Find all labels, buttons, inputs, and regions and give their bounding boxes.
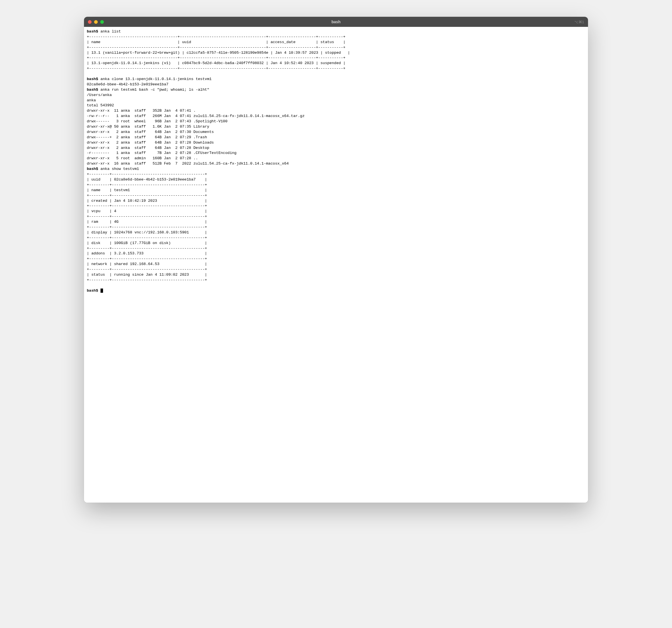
anka-show-row: | addons | 3.2.0.153.733 | — [87, 251, 207, 255]
shell-prompt: bash$ — [87, 288, 98, 293]
run-output-line: /Users/anka — [87, 93, 112, 97]
anka-show-row: +---------+-----------------------------… — [87, 204, 207, 208]
anka-show-row: +---------+-----------------------------… — [87, 193, 207, 198]
window-titlebar[interactable]: bash ⌥⌘1 — [84, 17, 588, 27]
run-output-line: total 543992 — [87, 103, 114, 107]
anka-list-row: +---------------------------------------… — [87, 56, 345, 60]
cursor-icon — [100, 288, 103, 293]
run-output-line: anka — [87, 98, 96, 102]
run-output-line: -rw-r--r-- 1 anka staff 266M Jan 4 07:41… — [87, 114, 305, 118]
minimize-icon[interactable] — [94, 20, 98, 24]
run-output-line: drwxr-xr-x 2 anka staff 64B Jan 2 07:28 … — [87, 146, 209, 150]
run-output-line: drwxr-xr-x 5 root admin 160B Jan 2 07:28… — [87, 156, 198, 160]
anka-show-row: +---------+-----------------------------… — [87, 246, 207, 250]
anka-show-row: | status | running since Jan 4 11:09:02 … — [87, 273, 207, 277]
anka-show-row: | display | 1024x768 vnc://192.168.0.103… — [87, 230, 207, 234]
shell-prompt: bash$ — [87, 87, 98, 92]
anka-show-row: | uuid | 02ca8e6d-bbee-4b42-b153-2e019ee… — [87, 177, 207, 182]
run-output-line: drwxr-xr-x 2 anka staff 64B Jan 2 07:28 … — [87, 141, 214, 145]
window-pane-indicator: ⌥⌘1 — [574, 20, 584, 24]
window-title: bash — [332, 20, 341, 24]
anka-list-row: | 13.1-openjdk-11.0.14.1-jenkins (v1) | … — [87, 61, 345, 65]
anka-show-row: +---------+-----------------------------… — [87, 257, 207, 261]
command-anka-show: anka show testvm1 — [100, 167, 139, 171]
anka-show-row: +---------+-----------------------------… — [87, 172, 207, 176]
anka-list-row: +---------------------------------------… — [87, 45, 345, 50]
shell-prompt: bash$ — [87, 77, 98, 81]
traffic-lights — [88, 20, 104, 24]
terminal-window: bash ⌥⌘1 bash$ anka list +--------------… — [84, 17, 588, 503]
anka-list-row: +---------------------------------------… — [87, 66, 345, 71]
anka-show-row: | name | testvm1 | — [87, 188, 207, 192]
run-output-line: drwxr-xr-x@ 50 anka staff 1.6K Jan 2 07:… — [87, 125, 209, 129]
anka-show-row: +---------+-----------------------------… — [87, 183, 207, 187]
run-output-line: drwxr-xr-x 11 anka staff 352B Jan 4 07:4… — [87, 108, 196, 113]
anka-show-row: +---------+-----------------------------… — [87, 278, 207, 282]
anka-show-row: | vcpu | 4 | — [87, 209, 207, 213]
anka-show-row: +---------+-----------------------------… — [87, 267, 207, 272]
maximize-icon[interactable] — [100, 20, 104, 24]
anka-show-row: +---------+-----------------------------… — [87, 236, 207, 240]
clone-output: 02ca8e6d-bbee-4b42-b153-2e019eee1ba7 — [87, 82, 169, 86]
command-anka-run: anka run testvm1 bash -c "pwd; whoami; l… — [100, 87, 210, 92]
anka-show-row: | disk | 100GiB (17.77GiB on disk) | — [87, 241, 207, 245]
command-anka-list: anka list — [100, 29, 121, 33]
run-output-line: drwx------+ 2 anka staff 64B Jan 2 07:29… — [87, 135, 207, 140]
run-output-line: drwxr-xr-x 2 anka staff 64B Jan 2 07:30 … — [87, 130, 214, 134]
shell-prompt: bash$ — [87, 29, 98, 33]
anka-show-row: | network | shared 192.168.64.53 | — [87, 262, 207, 266]
anka-list-row: +---------------------------------------… — [87, 35, 345, 39]
anka-show-row: +---------+-----------------------------… — [87, 215, 207, 219]
anka-list-row: | name | uuid | access_date | status | — [87, 40, 345, 44]
run-output-line: drwxr-xr-x 16 anka staff 512B Feb 7 2022… — [87, 161, 289, 166]
anka-list-row: | 13.1 (vanilla+port-forward-22+brew+git… — [87, 51, 350, 55]
anka-show-row: | created | Jan 4 10:42:19 2023 | — [87, 199, 207, 203]
command-anka-clone: anka clone 13.1-openjdk-11.0.14.1-jenkin… — [100, 77, 212, 81]
anka-show-row: | ram | 4G | — [87, 220, 207, 224]
run-output-line: -r-------- 1 anka staff 7B Jan 2 07:28 .… — [87, 151, 237, 155]
terminal-output[interactable]: bash$ anka list +-----------------------… — [84, 27, 588, 503]
close-icon[interactable] — [88, 20, 92, 24]
shell-prompt: bash$ — [87, 167, 98, 171]
run-output-line: drwx------ 3 root wheel 96B Jan 2 07:43 … — [87, 119, 227, 123]
anka-show-row: +---------+-----------------------------… — [87, 225, 207, 229]
